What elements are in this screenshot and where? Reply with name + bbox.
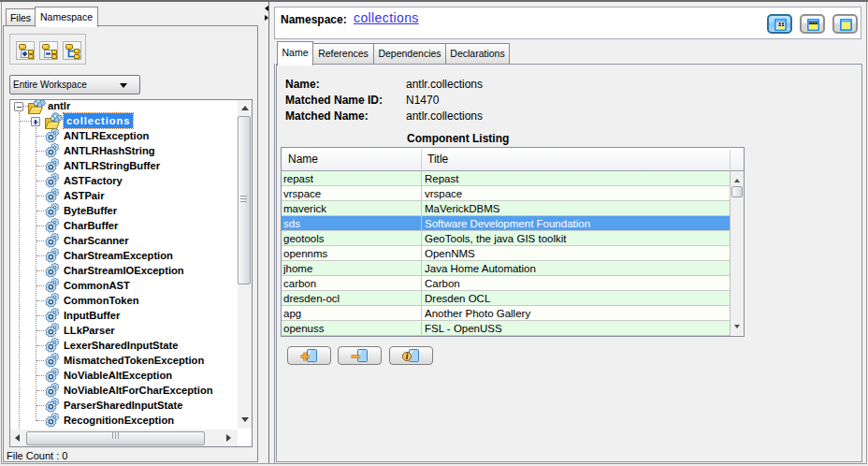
svg-text:i: i [406,352,409,361]
